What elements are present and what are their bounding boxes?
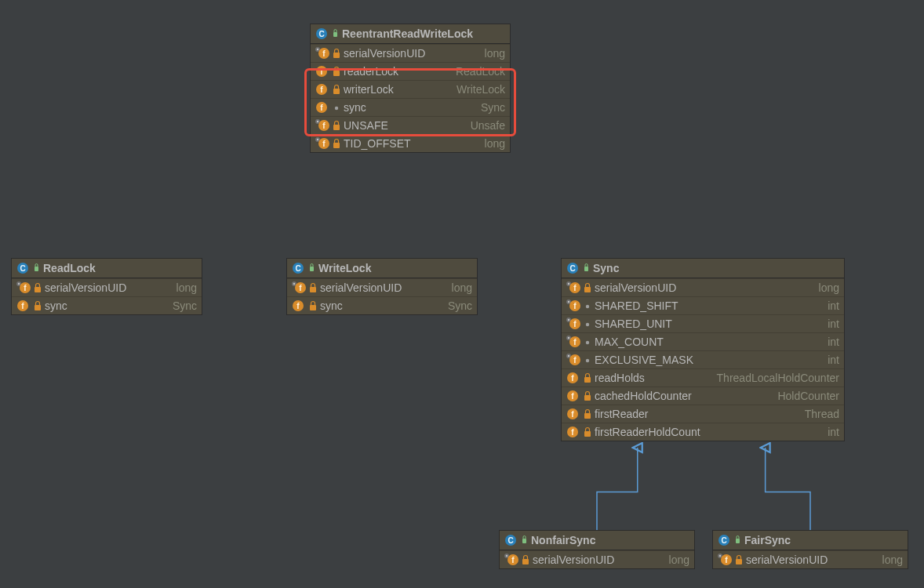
class-nonfairsync[interactable]: C NonfairSync f serialVersionUID long [499, 530, 695, 569]
field-name: EXCLUSIVE_MASK [595, 354, 693, 366]
svg-text:C: C [721, 536, 726, 545]
private-lock-icon [333, 48, 340, 59]
field-row[interactable]: f readerLock ReadLock [311, 62, 510, 80]
class-icon: C [315, 27, 328, 40]
field-name: UNSAFE [344, 119, 388, 132]
field-type: int [828, 354, 839, 366]
field-row[interactable]: f sync Sync [12, 296, 202, 314]
field-row[interactable]: f firstReader Thread [562, 405, 844, 423]
field-type: long [882, 554, 903, 566]
svg-rect-26 [333, 143, 340, 148]
private-lock-icon [333, 138, 340, 149]
svg-rect-79 [584, 377, 591, 383]
field-type: int [828, 336, 839, 348]
svg-rect-29 [35, 267, 38, 271]
field-row[interactable]: f SHARED_UNIT int [562, 314, 844, 332]
field-row[interactable]: f readHolds ThreadLocalHoldCounter [562, 368, 844, 387]
field-row[interactable]: f serialVersionUID long [562, 278, 844, 296]
field-icon: f [566, 372, 580, 384]
svg-rect-34 [35, 287, 41, 292]
class-name-label: ReentrantReadWriteLock [342, 27, 473, 40]
package-visibility-icon [584, 354, 591, 365]
svg-rect-51 [584, 267, 588, 271]
inner-class-icon [582, 262, 590, 274]
class-writelock[interactable]: C WriteLock f serialVersionUID long f sy… [286, 258, 478, 315]
static-field-icon: f [566, 299, 580, 312]
field-type: long [819, 281, 839, 294]
field-name: SHARED_UNIT [595, 318, 672, 330]
static-field-icon: f [504, 554, 518, 566]
private-lock-icon [333, 84, 340, 95]
svg-point-23 [317, 139, 318, 140]
inner-class-icon [331, 27, 339, 40]
class-name-label: WriteLock [318, 262, 371, 274]
class-icon: C [718, 534, 730, 546]
field-row[interactable]: f serialVersionUID long [12, 278, 202, 296]
field-row[interactable]: f EXCLUSIVE_MASK int [562, 350, 844, 368]
class-reentrant-readwritelock[interactable]: C ReentrantReadWriteLock f serialVersion… [310, 24, 511, 153]
field-name: firstReader [595, 408, 648, 420]
field-row[interactable]: f serialVersionUID long [311, 44, 510, 62]
svg-rect-91 [522, 539, 526, 543]
private-lock-icon [584, 372, 591, 383]
svg-rect-21 [333, 125, 340, 130]
static-field-icon: f [566, 354, 580, 366]
field-row[interactable]: f serialVersionUID long [500, 550, 694, 568]
private-lock-icon [34, 300, 42, 311]
field-name: readHolds [595, 372, 645, 384]
svg-point-63 [568, 319, 569, 321]
svg-rect-56 [584, 287, 591, 292]
svg-point-76 [586, 359, 589, 362]
private-lock-icon [309, 300, 317, 311]
svg-rect-10 [333, 71, 340, 76]
class-fairsync[interactable]: C FairSync f serialVersionUID long [712, 530, 908, 569]
package-visibility-icon [584, 336, 591, 347]
svg-rect-2 [333, 32, 337, 37]
inner-class-icon [307, 262, 315, 274]
field-row[interactable]: f serialVersionUID long [713, 550, 908, 568]
field-row[interactable]: f SHARED_SHIFT int [562, 296, 844, 314]
field-row[interactable]: f sync Sync [311, 98, 510, 116]
field-icon: f [315, 83, 329, 96]
svg-point-68 [568, 337, 569, 339]
svg-rect-37 [35, 305, 41, 310]
field-row[interactable]: f writerLock WriteLock [311, 80, 510, 98]
static-field-icon: f [566, 281, 580, 294]
field-icon: f [566, 390, 580, 402]
svg-point-66 [586, 323, 589, 326]
private-lock-icon [584, 282, 591, 293]
class-sync[interactable]: C Sync f serialVersionUID long f SHARED_… [561, 258, 845, 441]
field-row[interactable]: f cachedHoldCounter HoldCounter [562, 387, 844, 405]
field-type: long [485, 47, 505, 60]
svg-point-101 [719, 555, 721, 557]
class-readlock[interactable]: C ReadLock f serialVersionUID long f syn… [11, 258, 202, 315]
field-name: sync [320, 299, 343, 312]
field-row[interactable]: f UNSAFE Unsafe [311, 116, 510, 134]
svg-rect-82 [584, 395, 591, 401]
static-field-icon: f [16, 281, 31, 294]
static-field-icon: f [315, 137, 329, 150]
private-lock-icon [333, 120, 340, 131]
inner-class-icon [733, 534, 741, 546]
private-lock-icon [735, 554, 743, 565]
field-type: Sync [173, 299, 197, 312]
private-lock-icon [333, 66, 340, 77]
static-field-icon: f [566, 318, 580, 330]
field-type: int [828, 426, 839, 438]
field-row[interactable]: f MAX_COUNT int [562, 332, 844, 350]
field-type: WriteLock [457, 83, 505, 96]
field-row[interactable]: f serialVersionUID long [287, 278, 477, 296]
class-header: C ReentrantReadWriteLock [311, 24, 510, 44]
svg-rect-85 [584, 413, 591, 419]
field-row[interactable]: f sync Sync [287, 296, 477, 314]
static-field-icon: f [315, 119, 329, 132]
svg-text:C: C [507, 536, 513, 545]
package-visibility-icon [584, 300, 591, 311]
field-name: serialVersionUID [45, 281, 126, 294]
svg-rect-48 [310, 305, 316, 310]
class-header: C WriteLock [287, 259, 477, 278]
field-row[interactable]: f firstReaderHoldCount int [562, 423, 844, 441]
field-row[interactable]: f TID_OFFSET long [311, 134, 510, 152]
static-field-icon: f [292, 281, 306, 294]
private-lock-icon [584, 390, 591, 401]
